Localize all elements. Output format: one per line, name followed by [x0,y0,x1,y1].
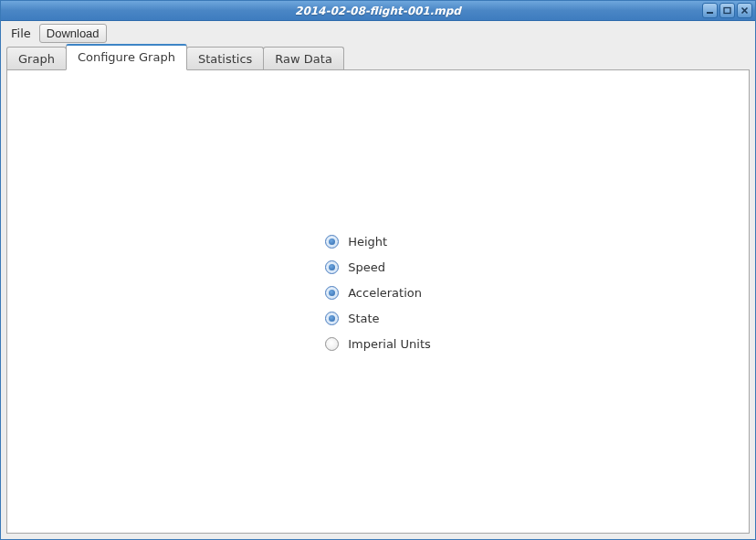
app-window: 2014-02-08-flight-001.mpd File Download … [0,0,756,540]
tab-raw-data[interactable]: Raw Data [263,47,344,70]
option-height[interactable]: Height [325,235,431,249]
radio-icon [325,337,339,351]
download-button[interactable]: Download [39,24,107,43]
tab-panel-configure-graph: Height Speed Acceleration State Imperial… [6,69,750,534]
option-speed[interactable]: Speed [325,260,431,274]
tab-statistics[interactable]: Statistics [186,47,264,70]
radio-icon [325,312,339,325]
radio-icon [325,286,339,300]
configure-options: Height Speed Acceleration State Imperial… [325,235,431,351]
option-state[interactable]: State [325,312,431,325]
menu-file[interactable]: File [5,24,37,43]
option-label: Imperial Units [348,337,431,351]
menubar: File Download [1,21,755,45]
maximize-button[interactable] [719,3,735,18]
option-label: State [348,312,379,325]
window-title: 2014-02-08-flight-001.mpd [1,5,755,17]
option-imperial-units[interactable]: Imperial Units [325,337,431,351]
minimize-button[interactable] [702,3,718,18]
option-acceleration[interactable]: Acceleration [325,286,431,300]
radio-icon [325,235,339,249]
option-label: Acceleration [348,286,422,300]
tabstrip: Graph Configure Graph Statistics Raw Dat… [1,45,755,69]
radio-icon [325,260,339,274]
svg-rect-1 [724,8,730,14]
titlebar[interactable]: 2014-02-08-flight-001.mpd [1,1,755,21]
tab-configure-graph[interactable]: Configure Graph [66,44,187,70]
tab-graph[interactable]: Graph [6,47,67,70]
option-label: Height [348,235,387,249]
close-button[interactable] [737,3,752,18]
option-label: Speed [348,260,385,274]
window-controls [702,3,752,18]
